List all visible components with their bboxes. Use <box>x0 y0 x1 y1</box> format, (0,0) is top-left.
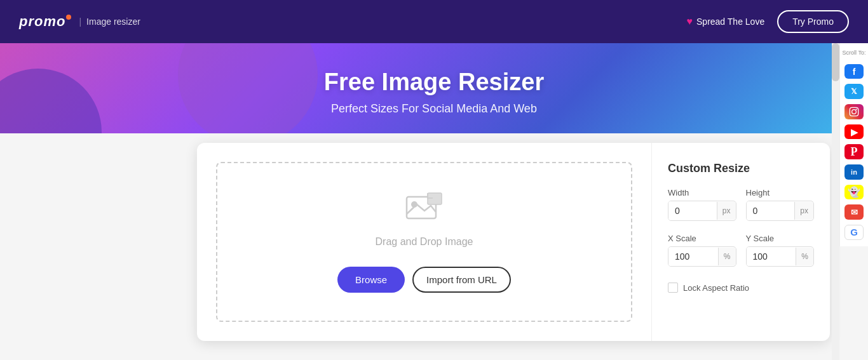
y-scale-input[interactable] <box>747 247 796 266</box>
facebook-scroll-icon[interactable]: f <box>844 64 864 79</box>
lock-aspect-checkbox[interactable] <box>668 283 678 293</box>
main-content: Drag and Drop Image Browse Import from U… <box>0 133 868 360</box>
header-divider: | <box>79 17 81 27</box>
x-scale-label: X Scale <box>668 234 736 243</box>
height-unit: px <box>794 202 813 220</box>
height-label: Height <box>746 188 815 197</box>
instagram-scroll-icon[interactable] <box>844 104 864 119</box>
svg-rect-3 <box>850 107 858 116</box>
logo[interactable]: promo | Image resizer <box>19 13 140 30</box>
x-scale-unit: % <box>718 248 736 265</box>
svg-point-4 <box>852 110 857 114</box>
hero-subtitle: Perfect Sizes For Social Media And Web <box>0 102 868 116</box>
width-unit: px <box>717 202 736 220</box>
dropzone[interactable]: Drag and Drop Image Browse Import from U… <box>216 162 632 322</box>
resize-panel: Custom Resize Width px Height px <box>652 143 830 341</box>
header: promo | Image resizer ♥ Spread The Love … <box>0 0 868 43</box>
width-height-row: Width px Height px <box>668 188 814 221</box>
drag-drop-text: Drag and Drop Image <box>376 236 473 248</box>
scroll-to-label: Scroll To: <box>843 50 866 57</box>
x-scale-input[interactable] <box>668 247 718 266</box>
scale-row: X Scale % Y Scale % <box>668 234 814 267</box>
hero-title: Free Image Resizer <box>0 69 868 96</box>
upload-area[interactable]: Drag and Drop Image Browse Import from U… <box>197 143 652 341</box>
linkedin-scroll-icon[interactable]: in <box>844 164 864 180</box>
height-input-wrap: px <box>746 201 815 221</box>
header-left: promo | Image resizer <box>19 13 140 30</box>
height-input[interactable] <box>747 201 795 220</box>
width-input[interactable] <box>668 201 717 220</box>
heart-icon: ♥ <box>687 16 693 27</box>
pinterest-scroll-icon[interactable]: P <box>844 144 864 159</box>
header-right: ♥ Spread The Love Try Promo <box>687 10 849 33</box>
width-input-wrap: px <box>668 201 736 221</box>
image-placeholder-icon <box>405 192 444 223</box>
import-url-button[interactable]: Import from URL <box>412 267 511 293</box>
x-scale-input-wrap: % <box>668 246 736 267</box>
y-scale-label: Y Scale <box>746 234 815 243</box>
y-scale-unit: % <box>796 248 813 265</box>
lock-aspect-row: Lock Aspect Ratio <box>668 283 814 293</box>
x-scale-field: X Scale % <box>668 234 736 267</box>
tool-card: Drag and Drop Image Browse Import from U… <box>197 143 830 341</box>
browse-button[interactable]: Browse <box>337 267 405 293</box>
resize-title: Custom Resize <box>668 162 814 175</box>
height-field: Height px <box>746 188 815 221</box>
svg-point-5 <box>856 109 857 110</box>
hero-text: Free Image Resizer Perfect Sizes For Soc… <box>0 69 868 116</box>
svg-rect-2 <box>428 193 442 204</box>
app-subtitle: Image resizer <box>86 17 140 27</box>
twitter-scroll-icon[interactable]: 𝕏 <box>844 84 864 99</box>
width-label: Width <box>668 188 736 197</box>
scroll-sidebar: Scroll To: f 𝕏 ▶ P in 👻 ✉ G <box>839 43 868 246</box>
google-scroll-icon[interactable]: G <box>844 225 864 240</box>
y-scale-field: Y Scale % <box>746 234 815 267</box>
upload-buttons: Browse Import from URL <box>337 267 511 293</box>
y-scale-input-wrap: % <box>746 246 815 267</box>
snapchat-scroll-icon[interactable]: 👻 <box>844 185 864 200</box>
logo-text: promo <box>19 13 71 30</box>
youtube-scroll-icon[interactable]: ▶ <box>844 124 864 140</box>
spread-love-label: Spread The Love <box>696 17 764 27</box>
try-promo-button[interactable]: Try Promo <box>777 10 849 33</box>
email-scroll-icon[interactable]: ✉ <box>844 204 864 220</box>
lock-aspect-label: Lock Aspect Ratio <box>683 283 749 293</box>
width-field: Width px <box>668 188 736 221</box>
spread-love-button[interactable]: ♥ Spread The Love <box>687 16 765 27</box>
